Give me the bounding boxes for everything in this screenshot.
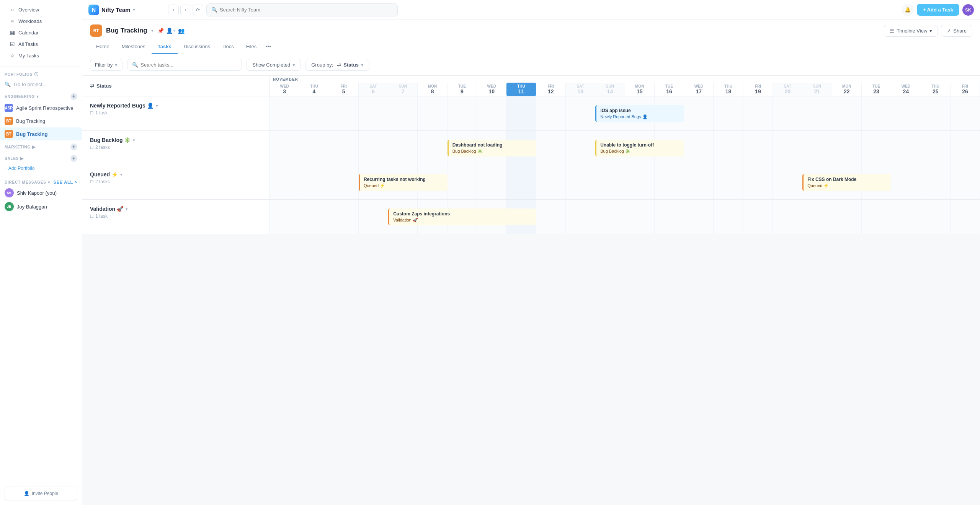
date-col-10: WED 10 — [477, 83, 506, 96]
add-task-btn[interactable]: + Add a Task — [917, 4, 959, 16]
shiv-name: Shiv Kapoor (you) — [17, 190, 57, 196]
date-col-5: FRI 5 — [329, 83, 359, 96]
tab-milestones[interactable]: Milestones — [116, 40, 152, 54]
status-header: ⇄ Status — [90, 83, 112, 89]
date-day-num: 3 — [283, 88, 286, 94]
forward-btn[interactable]: › — [180, 5, 191, 15]
sidebar-item-bt2[interactable]: BT Bug Tracking — [0, 127, 82, 140]
sidebar-item-my-tasks[interactable]: ☆ My Tasks — [5, 50, 77, 61]
task-count-text: 2 tasks — [95, 145, 110, 150]
tab-tasks[interactable]: Tasks — [152, 40, 178, 54]
date-col-26: FRI 26 — [951, 83, 980, 96]
task-card-unable-to-toggle[interactable]: Unable to toggle turn-off Bug Backlog ✳️ — [595, 140, 684, 156]
row-chevron: ▾ — [120, 173, 122, 177]
notifications-btn[interactable]: 🔔 — [902, 4, 914, 16]
task-search-bar[interactable]: 🔍 — [127, 59, 242, 71]
row-title-text: Bug Backlog ✳️ — [90, 137, 131, 143]
pin-icon[interactable]: 📌 — [157, 28, 164, 34]
calendar-icon: ▦ — [9, 29, 15, 36]
group-by-btn[interactable]: Group by: ⇄ Status ▾ — [305, 59, 369, 71]
topbar: N Nifty Team ▾ ‹ › ⟳ 🔍 🔔 + Add a Task SK — [82, 0, 980, 20]
share-btn[interactable]: ↗ Share — [941, 25, 972, 37]
status-header-label: Status — [96, 83, 112, 89]
task-title: Recurring tasks not working — [364, 177, 444, 182]
project-badge-text: BT — [93, 28, 99, 33]
task-card-recurring-tasks[interactable]: Recurring tasks not working Queued ⚡ — [359, 174, 448, 191]
date-day-num: 17 — [696, 88, 702, 94]
sidebar-item-overview[interactable]: ○ Overview — [5, 4, 77, 15]
tab-files[interactable]: Files — [240, 40, 263, 54]
user-avatar[interactable]: SK — [962, 4, 974, 16]
history-btn[interactable]: ⟳ — [193, 5, 203, 15]
sidebar-item-bt1[interactable]: BT Bug Tracking — [0, 114, 82, 127]
add-portfolio-btn[interactable]: + Add Portfolio — [0, 163, 82, 173]
sidebar-top: ○ Overview ≡ Workloads ▦ Calendar ☑ All … — [0, 0, 82, 65]
sidebar-item-calendar[interactable]: ▦ Calendar — [5, 27, 77, 38]
task-card-ios-app-issue[interactable]: iOS app issue Newly Reported Bugs 👤 — [595, 105, 684, 122]
add-marketing-btn[interactable]: + — [70, 143, 77, 150]
all-tasks-label: All Tasks — [18, 41, 38, 47]
row-title-text: Newly Reported Bugs 👤 — [90, 103, 154, 109]
task-group-label: Queued ⚡ — [807, 183, 887, 188]
task-card-fix-css[interactable]: Fix CSS on Dark Mode Queued ⚡ — [802, 174, 891, 191]
date-day-name: SUN — [606, 84, 614, 88]
invite-people-btn[interactable]: 👤 Invite People — [5, 487, 77, 500]
row-chevron: ▾ — [156, 104, 158, 108]
toolbar: Filter by ▾ 🔍 Show Completed ▾ Group by:… — [82, 54, 980, 76]
add-sales-btn[interactable]: + — [70, 155, 77, 162]
date-col-11: THU 11 — [506, 83, 536, 96]
date-day-num: 15 — [637, 88, 643, 94]
show-completed-btn[interactable]: Show Completed ▾ — [247, 59, 301, 71]
timeline-row: Newly Reported Bugs 👤 ▾ ☐ 1 task iOS app… — [82, 96, 980, 131]
go-to-project-label: Go to project... — [14, 81, 46, 87]
timeline-icon: ☰ — [890, 28, 894, 34]
sidebar-item-all-tasks[interactable]: ☑ All Tasks — [5, 38, 77, 50]
overview-icon: ○ — [9, 7, 15, 13]
back-btn[interactable]: ‹ — [168, 5, 179, 15]
project-actions: 📌 👤+ 👥 — [157, 28, 185, 34]
dm-shiv[interactable]: SK Shiv Kapoor (you) — [0, 186, 82, 200]
task-card-custom-zaps[interactable]: Custom Zaps integrations Validation 🚀 — [388, 209, 536, 225]
timeline-container: ⇄ Status NOVEMBER WED 3 THU 4 FRI 5 SAT … — [82, 76, 980, 505]
date-day-name: MON — [635, 84, 644, 88]
timeline-view-label: Timeline View — [897, 28, 927, 34]
date-col-3: WED 3 — [270, 83, 299, 96]
date-day-name: THU — [724, 84, 732, 88]
asr-label: Agile Sprint Retrospective — [16, 105, 74, 111]
task-search-input[interactable] — [140, 62, 237, 68]
dm-joy[interactable]: JB Joy Balaggan — [0, 200, 82, 213]
add-engineering-btn[interactable]: + — [70, 93, 77, 100]
tabs-more-btn[interactable]: ••• — [263, 40, 274, 54]
date-day-num: 25 — [933, 88, 939, 94]
project-title-chevron[interactable]: ▾ — [151, 28, 154, 33]
invite-label: Invite People — [32, 491, 58, 496]
see-all-btn[interactable]: See all > — [53, 180, 77, 184]
date-day-num: 16 — [666, 88, 672, 94]
date-day-num: 13 — [577, 88, 583, 94]
task-group-label: Newly Reported Bugs 👤 — [600, 114, 680, 119]
timeline-view-btn[interactable]: ☰ Timeline View ▾ — [884, 25, 938, 37]
task-count-text: 2 tasks — [95, 179, 110, 184]
topbar-search-input[interactable] — [220, 7, 393, 13]
sales-chevron: ▶ — [20, 156, 24, 161]
user-plus-icon[interactable]: 👤+ — [166, 28, 176, 34]
row-title: Newly Reported Bugs 👤 ▾ — [90, 103, 262, 109]
tab-home[interactable]: Home — [90, 40, 116, 54]
tab-docs[interactable]: Docs — [216, 40, 240, 54]
task-card-dashboard-not-loading[interactable]: Dashboard not loading Bug Backlog ✳️ — [448, 140, 536, 156]
filter-by-btn[interactable]: Filter by ▾ — [90, 59, 122, 71]
date-col-8: MON 8 — [418, 83, 447, 96]
task-count-icon: ☐ — [90, 214, 94, 219]
team-name: Nifty Team — [101, 7, 131, 13]
go-to-project[interactable]: 🔍 Go to project... — [0, 79, 82, 90]
date-day-name: THU — [931, 84, 939, 88]
sidebar-item-asr[interactable]: ASR Agile Sprint Retrospective — [0, 101, 82, 114]
topbar-search[interactable]: 🔍 — [206, 3, 398, 16]
topbar-right: 🔔 + Add a Task SK — [902, 4, 974, 16]
timeline-left-header: ⇄ Status — [82, 76, 270, 96]
sidebar-item-workloads[interactable]: ≡ Workloads — [5, 15, 77, 27]
date-col-25: THU 25 — [921, 83, 951, 96]
tab-discussions[interactable]: Discussions — [178, 40, 216, 54]
share-users-icon[interactable]: 👥 — [178, 28, 185, 34]
date-col-12: FRI 12 — [536, 83, 566, 96]
